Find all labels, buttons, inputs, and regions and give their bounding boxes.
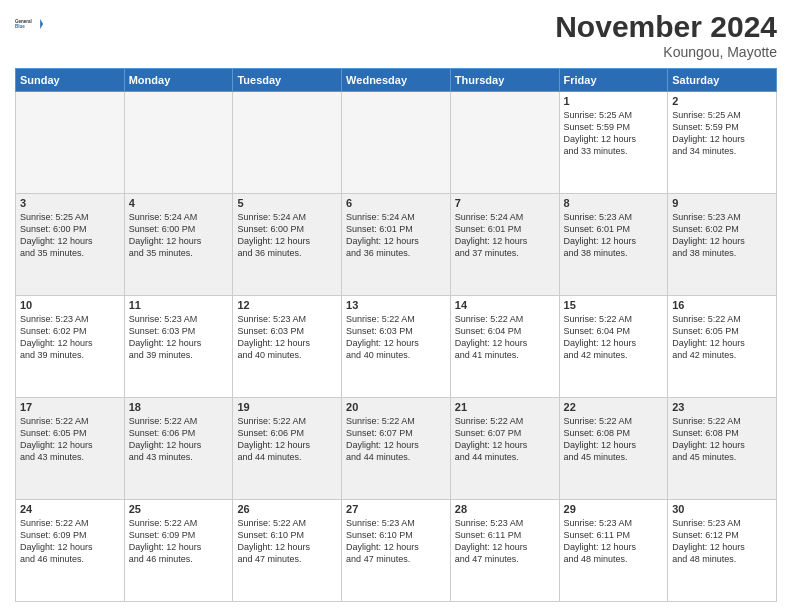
calendar-cell: 8Sunrise: 5:23 AMSunset: 6:01 PMDaylight… bbox=[559, 194, 668, 296]
calendar-cell: 3Sunrise: 5:25 AMSunset: 6:00 PMDaylight… bbox=[16, 194, 125, 296]
day-number: 11 bbox=[129, 299, 229, 311]
calendar-cell: 5Sunrise: 5:24 AMSunset: 6:00 PMDaylight… bbox=[233, 194, 342, 296]
day-number: 10 bbox=[20, 299, 120, 311]
calendar-cell: 1Sunrise: 5:25 AMSunset: 5:59 PMDaylight… bbox=[559, 92, 668, 194]
svg-marker-2 bbox=[40, 19, 43, 29]
day-info: Sunrise: 5:25 AMSunset: 5:59 PMDaylight:… bbox=[672, 109, 772, 158]
calendar-cell: 17Sunrise: 5:22 AMSunset: 6:05 PMDayligh… bbox=[16, 398, 125, 500]
day-info: Sunrise: 5:25 AMSunset: 5:59 PMDaylight:… bbox=[564, 109, 664, 158]
header-saturday: Saturday bbox=[668, 69, 777, 92]
day-number: 18 bbox=[129, 401, 229, 413]
month-title: November 2024 bbox=[555, 10, 777, 44]
calendar-cell: 16Sunrise: 5:22 AMSunset: 6:05 PMDayligh… bbox=[668, 296, 777, 398]
day-info: Sunrise: 5:23 AMSunset: 6:03 PMDaylight:… bbox=[129, 313, 229, 362]
day-info: Sunrise: 5:23 AMSunset: 6:02 PMDaylight:… bbox=[672, 211, 772, 260]
calendar-week-1: 3Sunrise: 5:25 AMSunset: 6:00 PMDaylight… bbox=[16, 194, 777, 296]
day-number: 21 bbox=[455, 401, 555, 413]
day-info: Sunrise: 5:22 AMSunset: 6:10 PMDaylight:… bbox=[237, 517, 337, 566]
calendar-cell bbox=[342, 92, 451, 194]
calendar: Sunday Monday Tuesday Wednesday Thursday… bbox=[15, 68, 777, 602]
header-wednesday: Wednesday bbox=[342, 69, 451, 92]
calendar-cell: 10Sunrise: 5:23 AMSunset: 6:02 PMDayligh… bbox=[16, 296, 125, 398]
day-number: 3 bbox=[20, 197, 120, 209]
calendar-cell: 23Sunrise: 5:22 AMSunset: 6:08 PMDayligh… bbox=[668, 398, 777, 500]
calendar-cell: 26Sunrise: 5:22 AMSunset: 6:10 PMDayligh… bbox=[233, 500, 342, 602]
logo: General Blue bbox=[15, 10, 43, 38]
calendar-cell: 15Sunrise: 5:22 AMSunset: 6:04 PMDayligh… bbox=[559, 296, 668, 398]
calendar-cell: 14Sunrise: 5:22 AMSunset: 6:04 PMDayligh… bbox=[450, 296, 559, 398]
day-number: 28 bbox=[455, 503, 555, 515]
day-number: 6 bbox=[346, 197, 446, 209]
day-info: Sunrise: 5:22 AMSunset: 6:05 PMDaylight:… bbox=[672, 313, 772, 362]
calendar-cell bbox=[233, 92, 342, 194]
day-info: Sunrise: 5:23 AMSunset: 6:12 PMDaylight:… bbox=[672, 517, 772, 566]
day-info: Sunrise: 5:23 AMSunset: 6:02 PMDaylight:… bbox=[20, 313, 120, 362]
day-number: 29 bbox=[564, 503, 664, 515]
svg-text:Blue: Blue bbox=[15, 24, 25, 29]
calendar-cell: 4Sunrise: 5:24 AMSunset: 6:00 PMDaylight… bbox=[124, 194, 233, 296]
location: Koungou, Mayotte bbox=[555, 44, 777, 60]
day-number: 30 bbox=[672, 503, 772, 515]
day-info: Sunrise: 5:22 AMSunset: 6:07 PMDaylight:… bbox=[346, 415, 446, 464]
calendar-cell: 24Sunrise: 5:22 AMSunset: 6:09 PMDayligh… bbox=[16, 500, 125, 602]
calendar-cell: 18Sunrise: 5:22 AMSunset: 6:06 PMDayligh… bbox=[124, 398, 233, 500]
calendar-cell: 9Sunrise: 5:23 AMSunset: 6:02 PMDaylight… bbox=[668, 194, 777, 296]
header-friday: Friday bbox=[559, 69, 668, 92]
header: General Blue November 2024 Koungou, Mayo… bbox=[15, 10, 777, 60]
day-number: 4 bbox=[129, 197, 229, 209]
calendar-cell: 19Sunrise: 5:22 AMSunset: 6:06 PMDayligh… bbox=[233, 398, 342, 500]
day-info: Sunrise: 5:23 AMSunset: 6:10 PMDaylight:… bbox=[346, 517, 446, 566]
day-info: Sunrise: 5:23 AMSunset: 6:11 PMDaylight:… bbox=[455, 517, 555, 566]
day-info: Sunrise: 5:25 AMSunset: 6:00 PMDaylight:… bbox=[20, 211, 120, 260]
calendar-cell bbox=[16, 92, 125, 194]
calendar-cell: 6Sunrise: 5:24 AMSunset: 6:01 PMDaylight… bbox=[342, 194, 451, 296]
day-info: Sunrise: 5:24 AMSunset: 6:00 PMDaylight:… bbox=[129, 211, 229, 260]
header-sunday: Sunday bbox=[16, 69, 125, 92]
day-number: 12 bbox=[237, 299, 337, 311]
page: General Blue November 2024 Koungou, Mayo… bbox=[0, 0, 792, 612]
calendar-week-0: 1Sunrise: 5:25 AMSunset: 5:59 PMDaylight… bbox=[16, 92, 777, 194]
day-info: Sunrise: 5:22 AMSunset: 6:08 PMDaylight:… bbox=[564, 415, 664, 464]
day-info: Sunrise: 5:22 AMSunset: 6:09 PMDaylight:… bbox=[129, 517, 229, 566]
day-number: 5 bbox=[237, 197, 337, 209]
day-number: 19 bbox=[237, 401, 337, 413]
day-info: Sunrise: 5:23 AMSunset: 6:01 PMDaylight:… bbox=[564, 211, 664, 260]
calendar-cell: 29Sunrise: 5:23 AMSunset: 6:11 PMDayligh… bbox=[559, 500, 668, 602]
day-number: 1 bbox=[564, 95, 664, 107]
day-number: 23 bbox=[672, 401, 772, 413]
calendar-cell: 7Sunrise: 5:24 AMSunset: 6:01 PMDaylight… bbox=[450, 194, 559, 296]
calendar-cell: 21Sunrise: 5:22 AMSunset: 6:07 PMDayligh… bbox=[450, 398, 559, 500]
calendar-cell: 28Sunrise: 5:23 AMSunset: 6:11 PMDayligh… bbox=[450, 500, 559, 602]
day-number: 2 bbox=[672, 95, 772, 107]
day-number: 15 bbox=[564, 299, 664, 311]
day-number: 24 bbox=[20, 503, 120, 515]
day-number: 26 bbox=[237, 503, 337, 515]
calendar-cell: 27Sunrise: 5:23 AMSunset: 6:10 PMDayligh… bbox=[342, 500, 451, 602]
day-number: 16 bbox=[672, 299, 772, 311]
day-number: 9 bbox=[672, 197, 772, 209]
day-info: Sunrise: 5:22 AMSunset: 6:05 PMDaylight:… bbox=[20, 415, 120, 464]
day-number: 14 bbox=[455, 299, 555, 311]
calendar-cell: 11Sunrise: 5:23 AMSunset: 6:03 PMDayligh… bbox=[124, 296, 233, 398]
day-number: 22 bbox=[564, 401, 664, 413]
day-info: Sunrise: 5:24 AMSunset: 6:01 PMDaylight:… bbox=[455, 211, 555, 260]
calendar-cell: 25Sunrise: 5:22 AMSunset: 6:09 PMDayligh… bbox=[124, 500, 233, 602]
calendar-cell: 12Sunrise: 5:23 AMSunset: 6:03 PMDayligh… bbox=[233, 296, 342, 398]
day-info: Sunrise: 5:22 AMSunset: 6:04 PMDaylight:… bbox=[455, 313, 555, 362]
day-info: Sunrise: 5:22 AMSunset: 6:08 PMDaylight:… bbox=[672, 415, 772, 464]
day-number: 8 bbox=[564, 197, 664, 209]
day-info: Sunrise: 5:22 AMSunset: 6:09 PMDaylight:… bbox=[20, 517, 120, 566]
calendar-cell: 30Sunrise: 5:23 AMSunset: 6:12 PMDayligh… bbox=[668, 500, 777, 602]
day-info: Sunrise: 5:22 AMSunset: 6:07 PMDaylight:… bbox=[455, 415, 555, 464]
day-number: 17 bbox=[20, 401, 120, 413]
calendar-cell: 22Sunrise: 5:22 AMSunset: 6:08 PMDayligh… bbox=[559, 398, 668, 500]
calendar-body: 1Sunrise: 5:25 AMSunset: 5:59 PMDaylight… bbox=[16, 92, 777, 602]
calendar-cell: 13Sunrise: 5:22 AMSunset: 6:03 PMDayligh… bbox=[342, 296, 451, 398]
calendar-cell: 20Sunrise: 5:22 AMSunset: 6:07 PMDayligh… bbox=[342, 398, 451, 500]
day-number: 27 bbox=[346, 503, 446, 515]
day-info: Sunrise: 5:22 AMSunset: 6:03 PMDaylight:… bbox=[346, 313, 446, 362]
calendar-cell bbox=[124, 92, 233, 194]
calendar-header-row: Sunday Monday Tuesday Wednesday Thursday… bbox=[16, 69, 777, 92]
header-thursday: Thursday bbox=[450, 69, 559, 92]
calendar-week-4: 24Sunrise: 5:22 AMSunset: 6:09 PMDayligh… bbox=[16, 500, 777, 602]
